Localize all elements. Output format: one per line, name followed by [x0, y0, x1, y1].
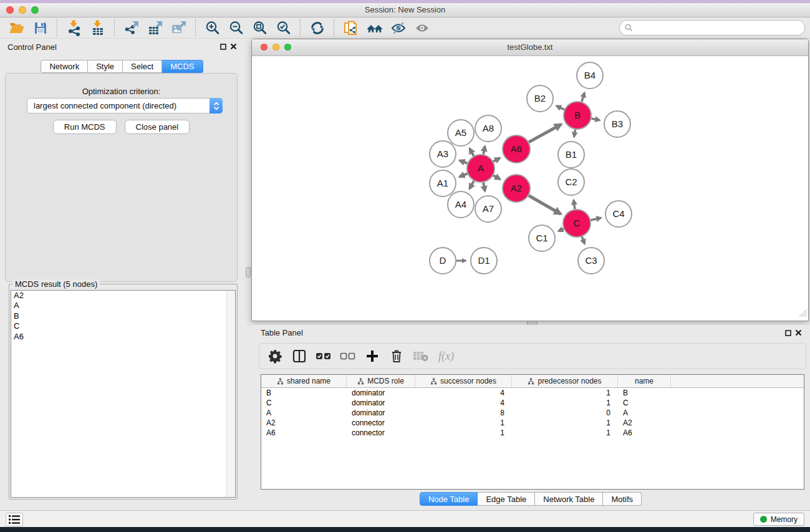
graph-node-A3[interactable]: A3	[430, 141, 456, 167]
graph-edge-B-B4[interactable]	[582, 93, 584, 102]
graph-node-D1[interactable]: D1	[471, 248, 497, 274]
mcds-result-item[interactable]: B	[11, 311, 235, 321]
minimize-network-button[interactable]	[272, 44, 279, 51]
graph-edge-C-C2[interactable]	[574, 200, 575, 209]
vertical-splitter-handle[interactable]	[246, 267, 251, 278]
graph-node-B3[interactable]: B3	[604, 111, 630, 137]
graph-node-A2[interactable]: A2	[503, 175, 530, 202]
select-all-button[interactable]	[314, 347, 333, 365]
close-table-panel-icon[interactable]	[795, 329, 802, 336]
show-all-button[interactable]	[410, 19, 434, 37]
import-network-button[interactable]	[62, 19, 86, 37]
mcds-result-item[interactable]: A2	[11, 291, 235, 301]
network-graph[interactable]: B4B2BB3A5A8A6B1A3AC2A1A2A4A7C4CC1C3DD1	[252, 56, 808, 321]
table-row[interactable]: Cdominator41C	[261, 398, 804, 408]
graph-edge-A-A5[interactable]	[470, 148, 474, 156]
mcds-result-item[interactable]: C	[11, 321, 235, 331]
duplicate-network-button[interactable]	[339, 19, 363, 37]
home-view-button[interactable]	[363, 19, 387, 37]
minimize-window-button[interactable]	[19, 6, 26, 14]
graph-node-C3[interactable]: C3	[578, 248, 604, 274]
column-header-successor-nodes[interactable]: successor nodes	[415, 375, 512, 387]
save-session-button[interactable]	[29, 19, 52, 37]
mcds-result-list[interactable]: A2ABCA6	[11, 290, 236, 498]
zoom-selected-button[interactable]	[272, 19, 296, 37]
graph-node-A7[interactable]: A7	[475, 196, 501, 222]
export-image-button[interactable]	[167, 19, 191, 37]
settings-button[interactable]	[266, 347, 284, 365]
tab-motifs[interactable]: Motifs	[603, 492, 642, 506]
graph-edge-A6-B[interactable]	[529, 124, 561, 142]
graph-edge-B-B3[interactable]	[591, 118, 599, 120]
column-header-mcds-role[interactable]: MCDS role	[347, 375, 415, 387]
task-history-button[interactable]	[6, 513, 23, 526]
float-table-panel-icon[interactable]	[785, 330, 791, 336]
search-input[interactable]	[636, 21, 801, 35]
graph-edge-B-B1[interactable]	[574, 130, 576, 137]
network-canvas[interactable]: B4B2BB3A5A8A6B1A3AC2A1A2A4A7C4CC1C3DD1	[252, 56, 808, 321]
graph-edge-A-A2[interactable]	[493, 175, 500, 179]
graph-edge-A-A4[interactable]	[470, 181, 474, 188]
open-session-button[interactable]	[5, 19, 29, 37]
refresh-layout-button[interactable]	[306, 19, 329, 37]
graph-edge-A-A6[interactable]	[493, 158, 499, 162]
graph-node-C4[interactable]: C4	[605, 201, 632, 227]
column-header-name[interactable]: name	[618, 375, 671, 387]
create-column-button[interactable]	[363, 347, 382, 365]
table-row[interactable]: Adominator80A	[261, 408, 804, 418]
delete-column-button[interactable]	[387, 347, 406, 365]
table-row[interactable]: A2connector11A2	[261, 418, 804, 428]
graph-node-C2[interactable]: C2	[558, 169, 584, 195]
graph-node-B[interactable]: B	[564, 102, 591, 129]
close-window-button[interactable]	[6, 6, 14, 14]
graph-node-A8[interactable]: A8	[475, 115, 501, 142]
close-network-button[interactable]	[261, 44, 268, 51]
graph-node-A5[interactable]: A5	[448, 120, 474, 146]
graph-node-C[interactable]: C	[563, 210, 591, 237]
column-header-predecessor-nodes[interactable]: predecessor nodes	[512, 375, 618, 387]
hide-selected-button[interactable]	[387, 19, 410, 37]
graph-edge-A-A1[interactable]	[460, 173, 468, 177]
close-panel-button[interactable]: Close panel	[125, 120, 190, 134]
function-builder-button[interactable]: f(x)	[436, 350, 454, 363]
memory-button[interactable]: Memory	[753, 513, 804, 526]
graph-node-A4[interactable]: A4	[448, 191, 474, 218]
graph-node-C1[interactable]: C1	[529, 225, 555, 251]
mcds-result-item[interactable]: A	[11, 301, 235, 311]
import-table-button[interactable]	[86, 19, 110, 37]
delete-table-button[interactable]	[412, 347, 430, 365]
column-header-shared-name[interactable]: shared name	[261, 375, 347, 387]
graph-node-A1[interactable]: A1	[430, 170, 456, 196]
graph-node-B1[interactable]: B1	[558, 142, 584, 168]
criterion-dropdown[interactable]: largest connected component (directed)	[27, 98, 223, 114]
zoom-window-button[interactable]	[31, 6, 39, 14]
zoom-out-button[interactable]	[224, 19, 248, 37]
graph-edge-C-C1[interactable]	[559, 229, 564, 231]
graph-node-A[interactable]: A	[467, 155, 494, 182]
export-table-button[interactable]	[143, 19, 167, 37]
zoom-network-button[interactable]	[284, 44, 291, 51]
tab-select[interactable]: Select	[123, 60, 162, 73]
graph-node-B2[interactable]: B2	[527, 85, 553, 112]
close-panel-icon[interactable]	[230, 43, 237, 50]
graph-edge-A2-C[interactable]	[529, 195, 561, 214]
zoom-fit-button[interactable]	[248, 19, 272, 37]
graph-node-B4[interactable]: B4	[577, 62, 603, 89]
tab-mcds[interactable]: MCDS	[162, 60, 203, 73]
graph-edge-A-A8[interactable]	[483, 147, 485, 155]
graph-edge-A-A7[interactable]	[483, 183, 485, 191]
zoom-in-button[interactable]	[201, 19, 224, 37]
column-selector-button[interactable]	[290, 347, 309, 365]
tab-node-table[interactable]: Node Table	[420, 492, 478, 506]
tab-network[interactable]: Network	[41, 60, 88, 73]
graph-edge-A-A3[interactable]	[460, 160, 467, 163]
deselect-all-button[interactable]	[339, 347, 357, 365]
tab-style[interactable]: Style	[88, 60, 123, 73]
mcds-result-item[interactable]: A6	[11, 332, 235, 342]
tab-edge-table[interactable]: Edge Table	[478, 492, 535, 506]
run-mcds-button[interactable]: Run MCDS	[53, 120, 117, 134]
graph-node-A6[interactable]: A6	[503, 135, 530, 163]
tab-network-table[interactable]: Network Table	[535, 492, 603, 506]
table-row[interactable]: A6connector11A6	[261, 428, 804, 438]
table-row[interactable]: Bdominator41B	[261, 388, 804, 398]
